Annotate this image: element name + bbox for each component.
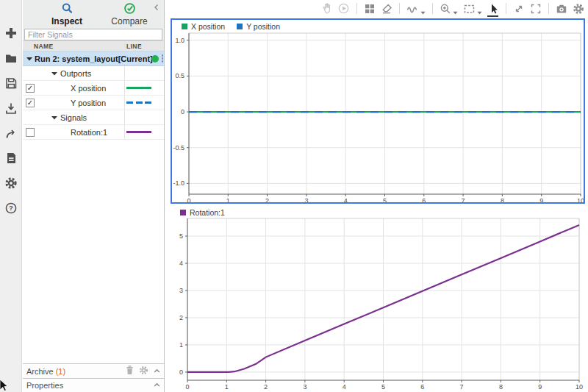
archive-trash-icon[interactable]: [125, 365, 135, 378]
svg-text:?: ?: [9, 204, 13, 212]
signal-label: X position: [71, 84, 106, 93]
svg-text:7: 7: [460, 383, 464, 391]
tab-inspect[interactable]: Inspect: [41, 1, 93, 31]
archive-settings-gear-icon[interactable]: [139, 365, 148, 378]
pointer-tool-icon[interactable]: [487, 3, 499, 15]
left-toolstrip: ?: [0, 0, 22, 392]
signal-options-icon[interactable]: [406, 3, 426, 15]
expand-arrows-icon[interactable]: [513, 3, 525, 15]
svg-text:0.5: 0.5: [175, 72, 184, 79]
svg-text:1: 1: [226, 197, 230, 202]
chart-legend: Rotation:1: [180, 208, 225, 217]
x-position-line-swatch: [126, 87, 151, 89]
signal-row-y-position[interactable]: ✓ Y position: [23, 96, 164, 110]
rotation-checkbox[interactable]: [26, 128, 35, 137]
fullscreen-icon[interactable]: [530, 3, 542, 15]
archive-label: Archive: [26, 367, 54, 376]
y-position-checkbox[interactable]: ✓: [26, 99, 35, 107]
collapse-panel-icon[interactable]: [152, 1, 162, 12]
archive-collapse-chevron-icon[interactable]: [153, 365, 161, 378]
group-expander-icon[interactable]: [51, 114, 57, 121]
svg-text:8: 8: [501, 197, 504, 202]
svg-text:5: 5: [383, 197, 387, 202]
svg-text:0: 0: [187, 197, 190, 202]
open-folder-icon[interactable]: [0, 46, 22, 71]
zoom-in-icon[interactable]: [440, 3, 458, 15]
svg-text:2: 2: [179, 314, 183, 321]
toolbar-separator: [548, 3, 549, 14]
run-row[interactable]: Run 2: system_layout[Current]: [23, 51, 164, 66]
svg-text:7: 7: [462, 197, 465, 202]
plot-settings-gear-icon[interactable]: [573, 3, 584, 15]
table-header-row: NAME LINE: [23, 41, 164, 51]
properties-label: Properties: [26, 381, 63, 390]
archive-bar[interactable]: Archive (1): [23, 363, 164, 378]
layout-grid-icon[interactable]: [364, 3, 376, 15]
svg-text:-0.5: -0.5: [173, 144, 184, 152]
properties-bar[interactable]: Properties: [23, 378, 164, 392]
legend-swatch: [182, 24, 187, 29]
svg-text:4: 4: [344, 197, 348, 202]
svg-text:2: 2: [264, 383, 268, 391]
legend-swatch: [180, 210, 186, 215]
svg-text:0: 0: [181, 108, 184, 115]
toolbar-separator: [399, 3, 400, 14]
svg-text:10: 10: [577, 197, 584, 202]
run-expander-icon[interactable]: [26, 55, 32, 62]
svg-text:4: 4: [179, 260, 183, 267]
signal-row-x-position[interactable]: ✓ X position: [23, 81, 164, 96]
svg-text:3: 3: [303, 383, 306, 391]
legend-item-y-position: Y position: [237, 22, 280, 31]
import-icon[interactable]: [0, 96, 22, 121]
fit-to-view-icon[interactable]: [463, 3, 482, 15]
filter-signals-field: [24, 27, 162, 39]
tab-inspect-label: Inspect: [41, 16, 93, 26]
toolbar-separator: [432, 3, 433, 14]
tab-compare[interactable]: Compare: [104, 1, 155, 26]
replay-icon[interactable]: [337, 2, 350, 15]
filter-signals-input[interactable]: [24, 29, 162, 40]
run-menu-kebab-icon[interactable]: [159, 53, 165, 64]
legend-swatch: [237, 24, 243, 29]
svg-text:6: 6: [422, 197, 426, 202]
xy-position-plot-canvas[interactable]: 0123456789101.00.50-0.5-1.0: [172, 20, 584, 202]
create-report-icon[interactable]: [0, 146, 22, 171]
signal-row-rotation[interactable]: Rotation:1: [23, 125, 164, 140]
export-icon[interactable]: [0, 121, 22, 146]
x-position-checkbox[interactable]: ✓: [26, 84, 35, 93]
snapshot-camera-icon[interactable]: [556, 3, 567, 15]
add-icon[interactable]: [0, 21, 22, 46]
group-row-outports[interactable]: Outports: [23, 66, 164, 81]
group-label: Outports: [60, 69, 91, 78]
compare-check-icon: [104, 1, 155, 15]
svg-text:10: 10: [576, 383, 583, 391]
run-label: Run 2: system_layout[Current]: [35, 54, 153, 63]
toolbar-separator: [506, 3, 506, 14]
svg-text:9: 9: [538, 383, 542, 391]
svg-text:6: 6: [420, 383, 424, 391]
rotation-plot-canvas[interactable]: 012345678910012345: [171, 206, 585, 392]
panel-tab-strip: Inspect Compare: [23, 0, 164, 41]
svg-text:5: 5: [179, 232, 183, 240]
properties-collapse-chevron-icon[interactable]: [153, 379, 161, 392]
inspect-magnifier-icon: [41, 1, 93, 15]
group-expander-icon[interactable]: [51, 70, 57, 76]
svg-text:9: 9: [539, 197, 543, 202]
eraser-icon[interactable]: [381, 3, 392, 15]
chart-legend: X position Y position: [182, 22, 280, 31]
group-row-signals[interactable]: Signals: [23, 110, 164, 125]
help-icon[interactable]: ?: [0, 196, 22, 221]
svg-text:-1.0: -1.0: [173, 179, 184, 187]
svg-text:3: 3: [304, 197, 308, 202]
save-icon[interactable]: [0, 71, 22, 96]
y-position-line-swatch: [126, 101, 151, 104]
dropdown-caret-icon: [420, 11, 426, 15]
rotation-subplot[interactable]: Rotation:1 012345678910012345: [171, 206, 585, 392]
svg-text:1: 1: [225, 383, 229, 391]
group-label: Signals: [60, 113, 87, 122]
pan-hand-icon[interactable]: [320, 2, 332, 15]
legend-item-rotation: Rotation:1: [180, 208, 225, 217]
preferences-gear-icon[interactable]: [0, 171, 22, 196]
run-status-dot: [151, 55, 159, 63]
xy-position-subplot[interactable]: X position Y position 0123456789101.00.5…: [171, 18, 585, 204]
